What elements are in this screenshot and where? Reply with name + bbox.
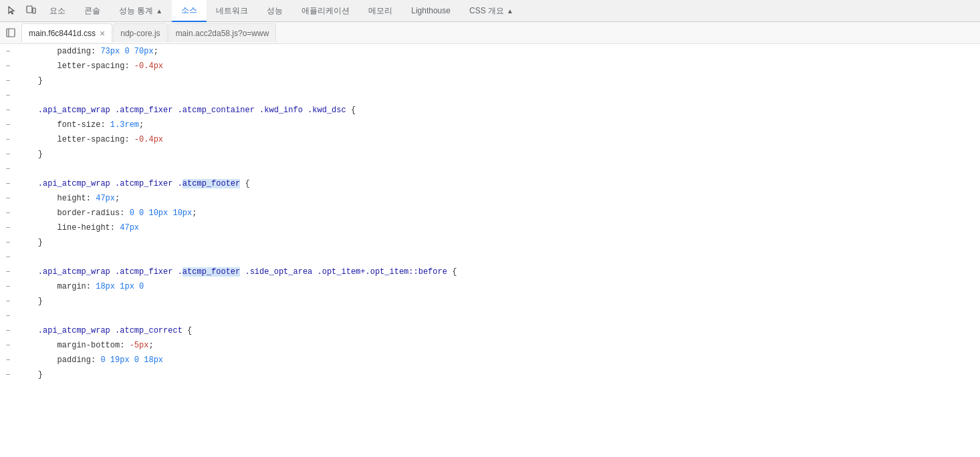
devtools-icon-area: [3, 5, 21, 16]
code-line: – letter-spacing: -0.4px: [0, 59, 980, 73]
mobile-icon: [25, 5, 36, 16]
code-line: – }: [0, 367, 980, 382]
nav-item-network[interactable]: 네트워크: [207, 0, 257, 22]
nav-item-perf-stats[interactable]: 성능 통계 ▲: [110, 0, 172, 22]
code-line: – font-size: 1.3rem;: [0, 118, 980, 132]
tab-main-css[interactable]: main.f6c8441d.css ×: [21, 23, 112, 42]
cursor-icon: [7, 5, 17, 16]
nav-item-performance[interactable]: 성능: [257, 0, 292, 22]
svg-rect-2: [7, 29, 15, 37]
code-line: – .api_atcmp_wrap .atcmp_fixer .atcmp_co…: [0, 103, 980, 118]
flag-icon-css: ▲: [507, 0, 513, 22]
tab-main-js[interactable]: main.acc2da58.js?o=www: [168, 23, 277, 42]
nav-item-memory[interactable]: 메모리: [359, 0, 402, 22]
code-line: – padding: 73px 0 70px;: [0, 44, 980, 59]
panel-toggle-icon: [6, 28, 15, 37]
tab-ndp-core[interactable]: ndp-core.js: [113, 23, 167, 42]
code-line: – }: [0, 294, 980, 309]
top-navigation: 요소 콘솔 성능 통계 ▲ 소스 네트워크 성능 애플리케이션 메모리 Ligh…: [0, 0, 980, 22]
code-line: – line-height: 47px: [0, 220, 980, 235]
nav-item-css-overview[interactable]: CSS 개요 ▲: [460, 0, 523, 22]
code-line: – letter-spacing: -0.4px: [0, 132, 980, 147]
tab-close-button[interactable]: ×: [100, 29, 105, 38]
code-editor[interactable]: – padding: 73px 0 70px; – letter-spacing…: [0, 44, 980, 457]
nav-item-console[interactable]: 콘솔: [75, 0, 110, 22]
nav-item-application[interactable]: 애플리케이션: [292, 0, 359, 22]
svg-rect-1: [33, 8, 35, 13]
tab-bar: main.f6c8441d.css × ndp-core.js main.acc…: [0, 22, 980, 44]
code-line: – height: 47px;: [0, 191, 980, 206]
svg-rect-0: [27, 6, 32, 13]
nav-item-lighthouse[interactable]: Lighthouse: [402, 0, 460, 22]
code-line: – padding: 0 19px 0 18px: [0, 353, 980, 367]
code-line: –: [0, 309, 980, 323]
code-line: – border-radius: 0 0 10px 10px;: [0, 206, 980, 220]
nav-item-element[interactable]: 요소: [40, 0, 75, 22]
code-line: – margin-bottom: -5px;: [0, 338, 980, 353]
code-line: – .api_atcmp_wrap .atcmp_fixer .atcmp_fo…: [0, 176, 980, 191]
code-line: –: [0, 88, 980, 103]
code-line: – }: [0, 235, 980, 250]
code-line: –: [0, 250, 980, 265]
code-line: – }: [0, 147, 980, 162]
flag-icon: ▲: [156, 0, 162, 22]
panel-icon[interactable]: [3, 25, 19, 41]
device-toggle-icon[interactable]: [21, 5, 40, 16]
code-line: – margin: 18px 1px 0: [0, 279, 980, 294]
code-line: – .api_atcmp_wrap .atcmp_correct {: [0, 323, 980, 338]
code-line: – }: [0, 73, 980, 88]
nav-item-sources[interactable]: 소스: [172, 0, 207, 22]
code-line: – .api_atcmp_wrap .atcmp_fixer .atcmp_fo…: [0, 265, 980, 279]
code-line: –: [0, 162, 980, 176]
